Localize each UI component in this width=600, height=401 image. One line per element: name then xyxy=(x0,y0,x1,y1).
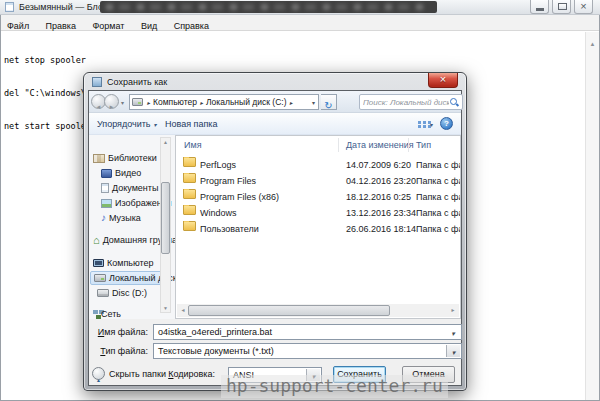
sidebar-item-music[interactable]: Музыка xyxy=(101,211,141,225)
close-button[interactable] xyxy=(574,0,593,14)
video-icon xyxy=(101,169,112,178)
file-date: 14.07.2009 6:20 xyxy=(346,157,411,173)
label-rest: одировка: xyxy=(173,369,215,379)
forward-button[interactable] xyxy=(104,94,119,109)
organize-button[interactable]: Упорядочить xyxy=(97,113,157,136)
change-view-icon[interactable] xyxy=(418,121,421,124)
list-header: Имя Дата изменения Тип xyxy=(176,136,460,154)
address-dropdown-icon[interactable] xyxy=(312,99,316,106)
sidebar-item-video[interactable]: Видео xyxy=(101,166,141,180)
sidebar-item-documents[interactable]: Документы xyxy=(101,181,158,195)
scroll-up-icon[interactable] xyxy=(161,139,170,145)
file-type: Папка с фай xyxy=(416,157,460,173)
filetype-value: Текстовые документы (*.txt) xyxy=(158,346,274,356)
file-date: 13.12.2016 23:34 xyxy=(346,205,416,221)
sidebar-label: Документы xyxy=(112,183,158,193)
sidebar-label: Библиотеки xyxy=(108,153,157,163)
documents-icon xyxy=(101,183,109,193)
column-separator[interactable] xyxy=(338,138,339,152)
sidebar-scrollbar[interactable] xyxy=(160,137,171,313)
horizontal-scrollbar[interactable] xyxy=(177,304,459,317)
scrollbar-thumb[interactable] xyxy=(161,182,170,254)
file-type: Папка с фай xyxy=(416,221,460,237)
encoding-label: Кодировка: xyxy=(167,366,215,383)
notepad-titlebar: Безымянный — Блокнот xyxy=(0,0,600,15)
breadcrumb-separator-icon xyxy=(144,99,153,106)
label-rest: мя файла: xyxy=(104,327,148,337)
scroll-right-icon[interactable] xyxy=(447,304,459,317)
notepad-window: Безымянный — Блокнот Файл Правка Формат … xyxy=(0,0,600,401)
views-dropdown-icon[interactable] xyxy=(430,121,433,128)
window-controls xyxy=(530,0,593,14)
recent-pages-icon[interactable] xyxy=(121,99,124,106)
notepad-scrollbar[interactable] xyxy=(585,32,599,400)
filename-input[interactable]: o4istka_o4eredi_printera.bat xyxy=(153,324,462,340)
breadcrumb-separator-icon xyxy=(197,99,206,106)
help-icon[interactable] xyxy=(440,117,453,130)
file-row-perflogs[interactable]: PerfLogs 14.07.2009 6:20 Папка с фай xyxy=(176,157,460,173)
folder-icon xyxy=(183,221,196,231)
search-box[interactable]: Поиск: Локальный диск (C:) xyxy=(359,94,463,110)
search-icon xyxy=(449,97,459,107)
libraries-icon xyxy=(93,154,105,163)
file-name: Program Files xyxy=(200,173,256,189)
browse-area: Библиотеки Видео Документы Изображения М… xyxy=(89,135,461,319)
minimize-icon xyxy=(536,8,544,11)
chevron-down-icon[interactable] xyxy=(446,345,460,357)
file-list: Имя Дата изменения Тип PerfLogs 14.07.20… xyxy=(175,135,461,319)
computer-icon xyxy=(93,259,104,267)
column-name[interactable]: Имя xyxy=(184,136,202,154)
command-toolbar: Упорядочить Новая папка xyxy=(89,113,461,135)
sidebar-label: Сеть xyxy=(101,309,121,319)
folder-icon xyxy=(183,173,196,183)
refresh-button[interactable] xyxy=(321,94,337,110)
breadcrumb-local-disk[interactable]: Локальный диск (C:) xyxy=(206,97,286,107)
dialog-title: Сохранить как xyxy=(107,77,167,87)
hide-folders-label: Скрыть папки xyxy=(109,369,166,379)
filetype-select[interactable]: Текстовые документы (*.txt) xyxy=(153,343,462,359)
sidebar-item-network[interactable]: Сеть xyxy=(93,307,121,319)
chevron-down-icon[interactable] xyxy=(446,326,460,338)
local-disk-icon xyxy=(94,274,106,282)
sidebar-item-local-disk[interactable]: Локальный диск xyxy=(90,271,171,285)
file-row-program-files-x86[interactable]: Program Files (x86) 18.12.2016 0:25 Папк… xyxy=(176,189,460,205)
file-type: Папка с фай xyxy=(416,189,460,205)
hide-folders-button[interactable]: Скрыть папки xyxy=(92,367,166,380)
dialog-close-button[interactable] xyxy=(428,73,458,88)
column-separator[interactable] xyxy=(408,138,409,152)
maximize-button[interactable] xyxy=(552,0,571,14)
folder-icon xyxy=(183,189,196,199)
organize-label: Упорядочить xyxy=(97,119,151,129)
music-icon xyxy=(101,213,106,223)
chevron-down-icon xyxy=(151,122,157,128)
new-folder-button[interactable]: Новая папка xyxy=(165,113,217,135)
breadcrumb-separator-icon xyxy=(286,99,295,106)
local-disk-icon xyxy=(132,98,143,106)
minimize-button[interactable] xyxy=(530,0,549,14)
sidebar-item-disc-d[interactable]: Disc (D:) xyxy=(97,286,147,300)
scroll-down-icon[interactable] xyxy=(161,305,170,311)
sidebar-label: Музыка xyxy=(109,213,141,223)
file-row-program-files[interactable]: Program Files 04.12.2016 23:20 Папка с ф… xyxy=(176,173,460,189)
file-row-windows[interactable]: Windows 13.12.2016 23:34 Папка с фай xyxy=(176,205,460,221)
dialog-body: Компьютер Локальный диск (C:) Поиск: Лок… xyxy=(88,90,462,386)
column-type[interactable]: Тип xyxy=(416,136,431,154)
column-date-modified[interactable]: Дата изменения xyxy=(346,136,414,154)
sidebar-item-libraries[interactable]: Библиотеки xyxy=(93,151,157,165)
scroll-up-icon[interactable] xyxy=(586,32,599,45)
homegroup-icon xyxy=(93,235,100,246)
filetype-label: Тип файла: xyxy=(89,343,148,359)
address-bar[interactable]: Компьютер Локальный диск (C:) xyxy=(129,94,319,110)
watermark-text: hp-support-center.ru xyxy=(221,375,448,398)
breadcrumb-computer[interactable]: Компьютер xyxy=(153,97,197,107)
sidebar-label: Компьютер xyxy=(107,258,154,268)
file-date: 18.12.2016 0:25 xyxy=(346,189,411,205)
file-date: 26.06.2016 18:14 xyxy=(346,221,416,237)
network-icon xyxy=(93,310,98,314)
file-name: Program Files (x86) xyxy=(200,189,279,205)
notepad-icon xyxy=(5,2,14,12)
sidebar-item-computer[interactable]: Компьютер xyxy=(93,256,154,270)
sidebar-label: Видео xyxy=(115,168,141,178)
file-row-users[interactable]: Пользователи 26.06.2016 18:14 Папка с фа… xyxy=(176,221,460,237)
scrollbar-thumb[interactable] xyxy=(188,305,390,316)
